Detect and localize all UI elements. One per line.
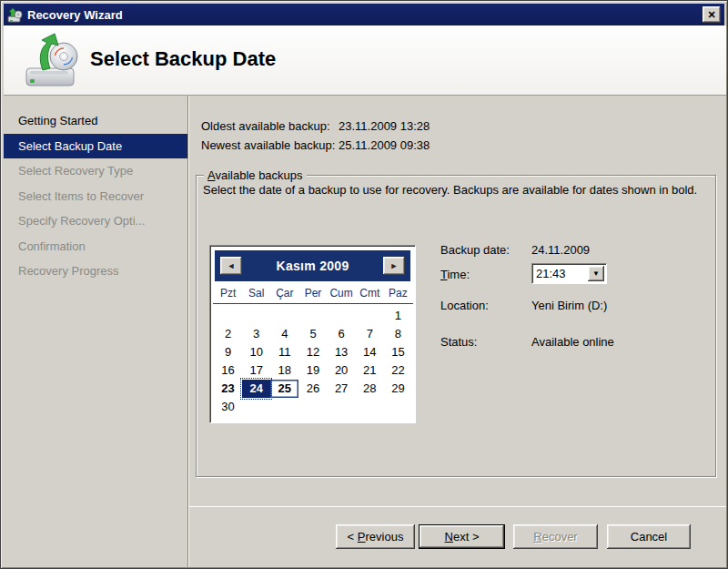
calendar-day[interactable]: 30 <box>214 398 242 416</box>
calendar-day-empty <box>328 307 356 325</box>
calendar-day[interactable]: 10 <box>242 343 270 361</box>
wizard-steps: Getting StartedSelect Backup DateSelect … <box>4 108 187 284</box>
calendar-day[interactable]: 19 <box>298 361 327 380</box>
time-select[interactable]: 21:43 ▼ <box>531 263 607 284</box>
sidebar-item: Select Backup Date <box>4 134 187 159</box>
calendar-day-empty <box>214 307 242 325</box>
calendar-day[interactable]: 9 <box>214 343 242 361</box>
calendar-day[interactable]: 15 <box>384 343 412 361</box>
sidebar-item: Getting Started <box>4 108 187 134</box>
wizard-header: Select Backup Date <box>4 25 726 96</box>
status-value: Available online <box>531 335 614 349</box>
calendar-day-empty <box>298 398 327 416</box>
next-month-button[interactable]: ► <box>383 257 405 275</box>
oldest-backup-value: 23.11.2009 13:28 <box>339 119 430 133</box>
close-icon[interactable]: ✕ <box>703 6 721 23</box>
calendar-day[interactable]: 23 <box>214 380 242 398</box>
calendar-day-empty <box>298 307 327 325</box>
calendar-day[interactable]: 25 <box>270 380 298 398</box>
weekday-label: Çar <box>270 287 298 302</box>
location-row: Location: Yeni Birim (D:) <box>440 299 607 312</box>
calendar-day[interactable]: 11 <box>270 343 298 361</box>
calendar-day[interactable]: 7 <box>356 325 384 343</box>
calendar-day[interactable]: 13 <box>328 343 356 361</box>
arrow-left-icon: ◄ <box>228 261 236 270</box>
next-button[interactable]: Next > <box>419 524 505 549</box>
weekday-label: Cum <box>328 287 356 302</box>
arrow-right-icon: ► <box>390 261 399 270</box>
footer-divider <box>189 506 726 507</box>
window-title: Recovery Wizard <box>27 8 698 22</box>
recover-button[interactable]: Recover <box>513 524 598 549</box>
backup-date-label: Backup date: <box>440 243 531 257</box>
calendar-day-empty <box>328 398 356 416</box>
app-icon <box>7 7 23 23</box>
prev-month-button[interactable]: ◄ <box>220 257 242 275</box>
sidebar-item: Recovery Progress <box>4 259 187 284</box>
weekday-label: Cmt <box>356 287 384 302</box>
sidebar-item: Select Items to Recover <box>4 184 187 209</box>
sidebar-item: Specify Recovery Opti... <box>4 208 187 234</box>
newest-backup-row: Newest available backup: 25.11.2009 09:3… <box>201 138 430 152</box>
backup-date-row: Backup date: 24.11.2009 <box>440 243 590 257</box>
newest-backup-label: Newest available backup: <box>201 138 339 152</box>
page-title: Select Backup Date <box>90 47 276 71</box>
calendar-day[interactable]: 2 <box>214 325 242 343</box>
oldest-backup-row: Oldest available backup: 23.11.2009 13:2… <box>201 119 430 133</box>
time-label: Time: <box>440 268 531 281</box>
sidebar-item: Confirmation <box>4 234 187 259</box>
status-label: Status: <box>440 335 531 349</box>
calendar-day[interactable]: 4 <box>270 325 298 343</box>
calendar-weekdays: PztSalÇarPerCumCmtPaz <box>214 287 412 302</box>
oldest-backup-label: Oldest available backup: <box>201 119 339 133</box>
calendar-day-empty <box>356 398 384 416</box>
location-label: Location: <box>440 299 531 312</box>
weekday-label: Paz <box>384 287 412 302</box>
calendar-day[interactable]: 16 <box>214 361 242 380</box>
newest-backup-value: 25.11.2009 09:38 <box>339 138 430 152</box>
weekday-label: Sal <box>242 287 270 302</box>
calendar-day[interactable]: 22 <box>384 361 412 380</box>
calendar-day-empty <box>270 307 298 325</box>
sidebar-item: Select Recovery Type <box>4 158 187 184</box>
calendar: ◄ Kasım 2009 ► PztSalÇarPerCumCmtPaz 123… <box>209 245 416 423</box>
cancel-button[interactable]: Cancel <box>607 524 691 549</box>
calendar-day[interactable]: 17 <box>242 361 270 380</box>
calendar-day[interactable]: 14 <box>356 343 384 361</box>
status-row: Status: Available online <box>440 335 614 349</box>
calendar-day[interactable]: 12 <box>298 343 327 361</box>
calendar-day[interactable]: 8 <box>384 325 412 343</box>
previous-button[interactable]: < Previous <box>336 524 415 549</box>
available-backups-group: Available backups Select the date of a b… <box>196 175 716 477</box>
calendar-day[interactable]: 3 <box>242 325 270 343</box>
calendar-day-empty <box>356 307 384 325</box>
calendar-day[interactable]: 18 <box>270 361 298 380</box>
titlebar: Recovery Wizard ✕ <box>4 4 724 25</box>
calendar-day[interactable]: 28 <box>356 380 384 398</box>
calendar-day[interactable]: 6 <box>328 325 356 343</box>
calendar-day[interactable]: 24 <box>242 380 270 398</box>
calendar-day[interactable]: 29 <box>384 380 412 398</box>
calendar-day-empty <box>384 398 412 416</box>
calendar-day-empty <box>270 398 298 416</box>
calendar-day-empty <box>242 307 270 325</box>
calendar-day[interactable]: 1 <box>384 307 412 325</box>
backup-drive-icon <box>24 32 84 94</box>
calendar-day[interactable]: 27 <box>328 380 356 398</box>
calendar-day-empty <box>242 398 270 416</box>
backup-date-value: 24.11.2009 <box>531 243 590 257</box>
calendar-day[interactable]: 26 <box>298 380 327 398</box>
time-row: Time: <box>440 268 531 281</box>
calendar-month-label: Kasım 2009 <box>276 259 349 273</box>
calendar-day[interactable]: 21 <box>356 361 384 380</box>
recovery-wizard-window: Recovery Wizard ✕ <box>0 0 728 569</box>
calendar-grid: 1234567891011121314151617181920212223242… <box>214 307 412 416</box>
group-description: Select the date of a backup to use for r… <box>203 182 711 198</box>
chevron-down-icon[interactable]: ▼ <box>588 266 604 281</box>
time-value: 21:43 <box>536 267 566 280</box>
sidebar-divider <box>187 96 189 567</box>
calendar-day[interactable]: 20 <box>328 361 356 380</box>
weekday-label: Per <box>298 287 327 302</box>
calendar-day[interactable]: 5 <box>298 325 327 343</box>
weekday-label: Pzt <box>214 287 242 302</box>
